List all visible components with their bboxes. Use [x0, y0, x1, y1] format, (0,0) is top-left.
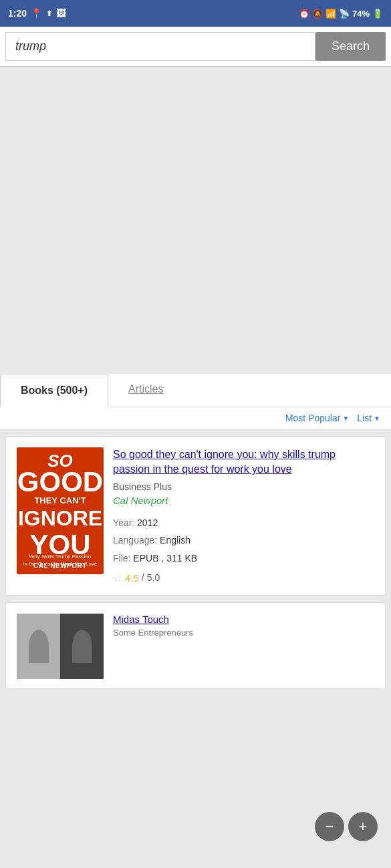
person-right [60, 614, 104, 679]
banner-area [0, 67, 391, 374]
cover-subtext: Why Skills Trump Passionin the Quest for… [17, 554, 104, 568]
silhouette-left [29, 630, 49, 663]
wifi-icon: 📶 [325, 9, 336, 19]
book-card-1: SO GOOD THEY CAN'T IGNORE YOU Why Skills… [5, 436, 386, 596]
silhouette-right [72, 630, 92, 663]
tab-articles[interactable]: Articles [108, 374, 183, 407]
book-info-2: Midas Touch Some Entrepreneurs [113, 614, 193, 678]
language-label: Language: [113, 535, 157, 546]
book-rating-1: ☆ 4.5 / 5.0 [113, 572, 374, 584]
language-value: English [160, 535, 190, 546]
status-right: ⏰ 🔕 📶 📡 74% 🔋 [299, 9, 383, 19]
book-title-1[interactable]: So good they can't ignore you: why skill… [113, 447, 374, 477]
status-time: 1:20 [8, 8, 27, 19]
year-value: 2012 [137, 517, 158, 528]
sort-list[interactable]: List ▼ [357, 413, 380, 423]
data-icon: ⬆ [46, 9, 52, 18]
search-input[interactable] [5, 32, 315, 61]
cover-image-2 [17, 614, 104, 679]
sort-list-arrow: ▼ [374, 415, 380, 422]
rating-total-1: / [142, 572, 144, 583]
sort-popular-arrow: ▼ [342, 415, 349, 422]
tab-books[interactable]: Books (500+) [0, 375, 108, 407]
status-bar: 1:20 📍 ⬆ 🖼 ⏰ 🔕 📶 📡 74% 🔋 [0, 0, 391, 27]
rating-total-val: 5.0 [147, 572, 160, 583]
mute-icon: 🔕 [312, 9, 323, 19]
rating-value-1: 4.5 [125, 572, 139, 584]
file-label: File: [113, 553, 130, 564]
signal-icon: 📡 [339, 9, 350, 19]
sort-popular-label: Most Popular [285, 413, 340, 423]
image-icon: 🖼 [56, 8, 66, 19]
file-type: EPUB [133, 553, 158, 564]
book-author-1[interactable]: Cal Newport [113, 495, 374, 506]
zoom-in-button[interactable]: + [348, 812, 378, 841]
location-icon: 📍 [31, 8, 42, 19]
battery-label: 74% [352, 9, 370, 19]
sort-bar: Most Popular ▼ List ▼ [0, 407, 391, 429]
book-card-2: Midas Touch Some Entrepreneurs [5, 602, 386, 689]
file-size: , [161, 553, 166, 564]
alarm-icon: ⏰ [299, 9, 309, 19]
book-cover-2[interactable] [17, 614, 104, 679]
cover-line-they-cant: THEY CAN'T [34, 496, 86, 505]
search-button[interactable]: Search [315, 32, 386, 61]
zoom-controls: − + [315, 812, 378, 841]
file-size-val: 311 KB [166, 553, 197, 564]
tabs-container: Books (500+) Articles [0, 374, 391, 407]
cover-line-ignore: IGNORE [18, 507, 102, 529]
book-year-row: Year: 2012 [113, 514, 374, 532]
zoom-out-button[interactable]: − [315, 812, 344, 841]
book-language-row: Language: English [113, 531, 374, 550]
sort-most-popular[interactable]: Most Popular ▼ [285, 413, 349, 423]
book-file-row: File: EPUB , 311 KB [113, 550, 374, 568]
sort-list-label: List [357, 413, 372, 423]
book-publisher-2: Some Entrepreneurs [113, 628, 193, 638]
cover-line-good: GOOD [17, 469, 103, 495]
book-title-2[interactable]: Midas Touch [113, 614, 193, 625]
status-left: 1:20 📍 ⬆ 🖼 [8, 8, 66, 19]
book-meta-1: Year: 2012 Language: English File: EPUB … [113, 514, 374, 568]
book-publisher-1: Business Plus [113, 481, 374, 492]
battery-icon: 🔋 [372, 9, 383, 19]
book-cover-1[interactable]: SO GOOD THEY CAN'T IGNORE YOU Why Skills… [17, 447, 104, 574]
book-info-1: So good they can't ignore you: why skill… [113, 447, 374, 584]
star-icon-1: ☆ [113, 572, 122, 584]
person-left [17, 614, 60, 679]
search-bar: Search [0, 27, 391, 67]
year-label: Year: [113, 517, 134, 528]
